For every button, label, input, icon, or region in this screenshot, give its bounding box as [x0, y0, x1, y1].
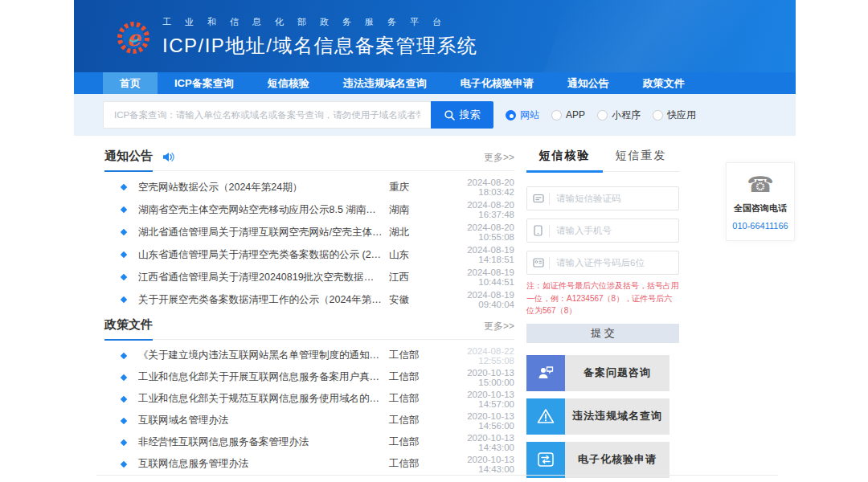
sms-code-field-wrap — [526, 186, 679, 210]
tab-sms-resend[interactable]: 短信重发 — [603, 149, 679, 173]
id-card-icon — [527, 258, 549, 268]
id-last6-input[interactable] — [556, 258, 678, 268]
sms-tabs: 短信核验 短信重发 — [526, 149, 679, 172]
nav-item-sms-verify[interactable]: 短信核验 — [251, 72, 326, 94]
bullet-icon — [121, 417, 127, 423]
divider — [549, 257, 550, 269]
search-section: 搜索 网站 APP 小程序 快应用 — [74, 94, 796, 136]
hotline-number: 010-66411166 — [730, 221, 791, 231]
bullet-icon — [121, 184, 127, 190]
illegal-domain-query-button[interactable]: 违法违规域名查询 — [526, 398, 669, 435]
hotline-card: ☎ 全国咨询电话 010-66411166 — [726, 162, 795, 241]
left-column: 通知公告 更多>> 空壳网站数据公示（2024年第24期） 重庆 2024-08… — [104, 149, 514, 475]
notice-row[interactable]: 湖南省空壳主体空壳网站空壳移动应用公示8.5 湖南省空壳主体空 湖南 2024-… — [104, 198, 514, 221]
policies-section: 政策文件 更多>> 《关于建立境内违法互联网站黑名单管理制度的通知》(工信部联 … — [104, 317, 514, 475]
notice-row[interactable]: 湖北省通信管理局关于清理互联网空壳网站/空壳主体的公示 湖北 2024-08-2… — [104, 221, 514, 243]
submit-button[interactable]: 提 交 — [526, 324, 679, 343]
sms-code-icon — [527, 194, 549, 204]
policies-title: 政策文件 — [104, 317, 153, 341]
radio-icon — [597, 110, 608, 120]
nav-item-e-verify-apply[interactable]: 电子化核验申请 — [444, 72, 551, 94]
telephone-icon: ☎ — [730, 174, 791, 195]
nav-item-home[interactable]: 首页 — [103, 72, 158, 94]
hotline-label: 全国咨询电话 — [730, 202, 791, 214]
nav-item-notices[interactable]: 通知公告 — [551, 72, 626, 94]
quick-actions: 备案问题咨询 违法违规域名查询 — [526, 355, 669, 478]
notice-row[interactable]: 关于开展空壳类备案数据清理工作的公示（2024年第八批） 皖网 安徽 2024-… — [104, 288, 514, 311]
main-content: 通知公告 更多>> 空壳网站数据公示（2024年第24期） 重庆 2024-08… — [74, 136, 796, 482]
radio-icon — [653, 110, 663, 120]
notices-title: 通知公告 — [104, 149, 153, 172]
e-verify-apply-button[interactable]: 电子化核验申请 — [526, 442, 669, 478]
consult-icon — [526, 355, 565, 391]
platform-name: 工业和信息化部政务服务平台 — [162, 16, 478, 28]
miit-gear-e-logo: e — [116, 20, 151, 55]
site-header: e 工业和信息化部政务服务平台 ICP/IP地址/域名信息备案管理系统 — [74, 0, 796, 72]
bullet-icon — [121, 274, 127, 280]
notice-row[interactable]: 江西省通信管理局关于清理20240819批次空壳数据公示 江西 2024-08-… — [104, 266, 514, 288]
bullet-icon — [121, 439, 127, 445]
search-type-app[interactable]: APP — [551, 109, 585, 120]
divider — [549, 193, 550, 205]
radio-icon — [551, 110, 562, 120]
notice-row[interactable]: 山东省通信管理局关于清理空壳类备案数据的公示 (202433批次) 山东 202… — [104, 243, 514, 266]
mobile-field-wrap — [526, 219, 679, 243]
consult-button[interactable]: 备案问题咨询 — [526, 355, 669, 391]
transfer-icon — [526, 442, 565, 478]
bullet-icon — [121, 374, 127, 380]
policy-row[interactable]: 非经营性互联网信息服务备案管理办法 工信部 2020-10-13 14:43:0… — [104, 431, 514, 453]
mobile-icon — [527, 225, 549, 236]
mobile-input[interactable] — [556, 226, 678, 235]
bullet-icon — [121, 352, 127, 358]
search-type-website[interactable]: 网站 — [506, 108, 539, 122]
icp-beian-homepage: e 工业和信息化部政务服务平台 ICP/IP地址/域名信息备案管理系统 首页 I… — [0, 0, 868, 482]
footer-divider — [96, 475, 778, 476]
svg-text:e: e — [126, 26, 141, 51]
search-type-quickapp[interactable]: 快应用 — [653, 108, 696, 122]
policy-row[interactable]: 工业和信息化部关于规范互联网信息服务使用域名的通知 工信部 2020-10-13… — [104, 388, 514, 410]
search-icon — [444, 110, 455, 120]
policy-row[interactable]: 《关于建立境内违法互联网站黑名单管理制度的通知》(工信部联 工信部 2024-0… — [104, 345, 514, 366]
divider — [549, 225, 550, 237]
id-card-field-wrap — [526, 251, 679, 275]
search-button-label: 搜索 — [460, 108, 481, 122]
bullet-icon — [121, 206, 127, 213]
radio-selected-icon — [506, 110, 516, 120]
search-type-group: 网站 APP 小程序 快应用 — [506, 108, 696, 122]
notices-section: 通知公告 更多>> 空壳网站数据公示（2024年第24期） 重庆 2024-08… — [104, 149, 514, 311]
speaker-icon — [162, 152, 174, 162]
policy-row[interactable]: 互联网域名管理办法 工信部 2020-10-13 14:56:00 — [104, 410, 514, 431]
bullet-icon — [121, 251, 127, 258]
notices-more-link[interactable]: 更多>> — [484, 151, 514, 170]
policy-row[interactable]: 互联网信息服务管理办法 工信部 2020-10-13 14:43:00 — [104, 453, 514, 475]
warning-icon — [526, 398, 565, 435]
sms-verify-panel: 短信核验 短信重发 — [526, 149, 679, 478]
system-title: ICP/IP地址/域名信息备案管理系统 — [162, 33, 478, 59]
tab-sms-verify[interactable]: 短信核验 — [526, 149, 603, 173]
bullet-icon — [121, 296, 127, 303]
bullet-icon — [121, 460, 127, 467]
search-input[interactable] — [103, 101, 431, 129]
bullet-icon — [121, 229, 127, 235]
search-type-miniprogram[interactable]: 小程序 — [597, 108, 641, 122]
bullet-icon — [121, 395, 127, 402]
notice-row[interactable]: 空壳网站数据公示（2024年第24期） 重庆 2024-08-20 18:03:… — [104, 176, 514, 198]
header-titles: 工业和信息化部政务服务平台 ICP/IP地址/域名信息备案管理系统 — [162, 16, 478, 59]
main-nav: 首页 ICP备案查询 短信核验 违法违规域名查询 电子化核验申请 通知公告 政策… — [74, 72, 796, 94]
policy-row[interactable]: 工业和信息化部关于开展互联网信息服务备案用户真实身份信息电 工信部 2020-1… — [104, 366, 514, 388]
id-note-text: 注：如证件号最后六位涉及括号，括号占用一位，例：A1234567（8），证件号后… — [526, 280, 679, 317]
nav-item-policies[interactable]: 政策文件 — [626, 72, 702, 94]
policies-more-link[interactable]: 更多>> — [484, 320, 514, 339]
search-button[interactable]: 搜索 — [431, 101, 493, 129]
nav-item-illegal-domain-query[interactable]: 违法违规域名查询 — [326, 72, 444, 94]
nav-item-icp-query[interactable]: ICP备案查询 — [158, 72, 251, 94]
sms-code-input[interactable] — [556, 194, 678, 203]
sms-form — [526, 186, 679, 275]
